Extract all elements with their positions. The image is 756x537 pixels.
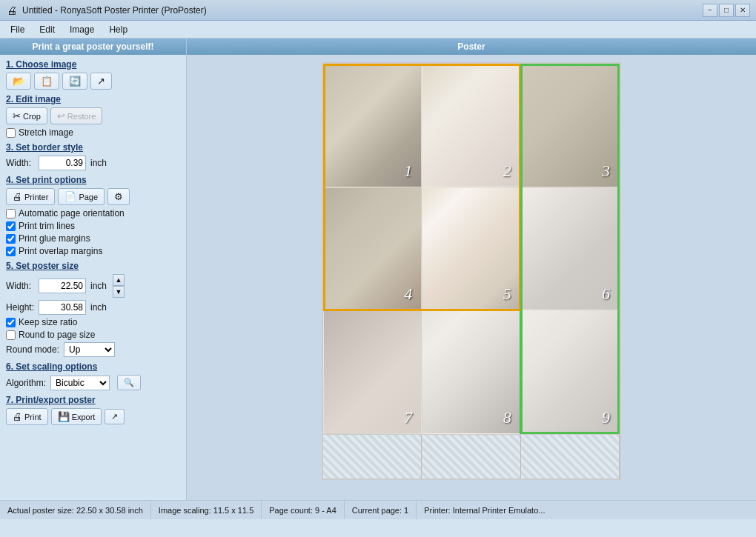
poster-height-input[interactable] <box>39 300 86 315</box>
grid-cell-3: 3 <box>521 64 620 187</box>
extra-cell-3 <box>521 435 620 478</box>
minimize-button[interactable]: − <box>703 4 717 17</box>
overlap-margins-checkbox[interactable] <box>6 247 16 256</box>
status-poster-size: Actual poster size: 22.50 x 30.58 inch <box>0 501 151 519</box>
export-extra-button[interactable]: ↗ <box>105 409 125 424</box>
rotate-button[interactable]: 🔄 <box>62 73 87 90</box>
page-button[interactable]: 📄 Page <box>58 188 105 205</box>
auto-orientation-checkbox[interactable] <box>6 209 16 219</box>
section-border[interactable]: 3. Set border style <box>6 142 180 153</box>
printer-label: Printer <box>24 193 48 201</box>
printer-icon: 🖨 <box>13 191 22 202</box>
section-edit-image[interactable]: 2. Edit image <box>6 94 180 104</box>
grid-cell-4: 4 <box>323 187 422 311</box>
section-print-export[interactable]: 7. Print/export poster <box>6 395 180 405</box>
grid-cell-8: 8 <box>422 310 520 434</box>
glue-margins-row: Print glue margins <box>6 233 180 244</box>
cell-number-7: 7 <box>404 408 412 427</box>
window-title: Untitled - RonyaSoft Poster Printer (Pro… <box>22 5 207 16</box>
trim-lines-checkbox[interactable] <box>6 221 16 231</box>
cell-number-8: 8 <box>503 408 511 427</box>
maximize-button[interactable]: □ <box>719 4 734 17</box>
round-page-row: Round to page size <box>6 330 180 340</box>
close-button[interactable]: ✕ <box>735 4 750 17</box>
poster-height-unit: inch <box>90 302 107 313</box>
title-bar-left: 🖨 Untitled - RonyaSoft Poster Printer (P… <box>6 4 207 16</box>
poster-width-label: Width: <box>6 281 34 291</box>
crop-label: Crop <box>23 112 41 121</box>
cell-number-4: 4 <box>404 284 412 304</box>
poster-grid: 1 2 3 4 5 6 <box>323 64 620 434</box>
poster-area: 1 2 3 4 5 6 <box>187 55 756 500</box>
algorithm-label: Algorithm: <box>6 378 46 388</box>
left-panel: Print a great poster yourself! 1. Choose… <box>0 39 187 500</box>
paste-button[interactable]: 📋 <box>34 73 59 90</box>
menu-file[interactable]: File <box>3 23 32 36</box>
print-button[interactable]: 🖨 Print <box>6 408 48 425</box>
printer-button[interactable]: 🖨 Printer <box>6 188 55 205</box>
main-layout: Print a great poster yourself! 1. Choose… <box>0 39 756 500</box>
round-mode-select[interactable]: Up Down Nearest <box>64 342 115 357</box>
border-width-label: Width: <box>6 158 34 168</box>
algorithm-info-icon: 🔍 <box>124 378 134 387</box>
trim-lines-row: Print trim lines <box>6 221 180 231</box>
menu-image[interactable]: Image <box>62 23 102 36</box>
export-extra-icon: ↗ <box>111 412 118 421</box>
cell-number-6: 6 <box>602 284 610 304</box>
round-mode-row: Round mode: Up Down Nearest <box>6 342 180 357</box>
section-scaling[interactable]: 6. Set scaling options <box>6 361 180 372</box>
cell-number-1: 1 <box>404 161 412 181</box>
title-bar-controls: − □ ✕ <box>703 4 750 17</box>
title-bar: 🖨 Untitled - RonyaSoft Poster Printer (P… <box>0 0 756 21</box>
poster-height-label: Height: <box>6 302 34 313</box>
menu-bar: File Edit Image Help <box>0 21 756 39</box>
export-button[interactable]: 💾 Export <box>51 408 102 425</box>
poster-extra-area <box>323 434 620 478</box>
restore-icon: ↩ <box>57 110 65 121</box>
cell-number-2: 2 <box>503 161 511 181</box>
restore-label: Restore <box>67 112 96 121</box>
section-poster-size[interactable]: 5. Set poster size <box>6 261 180 271</box>
rotate-icon: 🔄 <box>69 76 81 87</box>
border-width-row: Width: inch <box>6 156 180 170</box>
print-label: Print <box>24 413 42 421</box>
round-page-checkbox[interactable] <box>6 330 16 340</box>
round-mode-label: Round mode: <box>6 344 59 355</box>
grid-cell-2: 2 <box>422 64 520 187</box>
width-down-button[interactable]: ▼ <box>113 286 125 298</box>
grid-cell-1: 1 <box>323 64 422 187</box>
open-file-button[interactable]: 📂 <box>6 73 31 90</box>
crop-button[interactable]: ✂ Crop <box>6 107 47 124</box>
section-print-options[interactable]: 4. Set print options <box>6 175 180 185</box>
share-button[interactable]: ↗ <box>90 73 112 90</box>
glue-margins-label: Print glue margins <box>19 233 90 244</box>
keep-ratio-label: Keep size ratio <box>19 317 77 327</box>
width-scroll-buttons: ▲ ▼ <box>113 274 125 298</box>
keep-ratio-checkbox[interactable] <box>6 318 16 327</box>
stretch-row: Stretch image <box>6 127 180 138</box>
grid-cell-5: 5 <box>422 187 520 311</box>
grid-cell-6: 6 <box>521 187 620 311</box>
panel-header: Print a great poster yourself! <box>0 39 186 55</box>
round-page-label: Round to page size <box>19 330 95 340</box>
extra-cell-2 <box>422 435 520 478</box>
glue-margins-checkbox[interactable] <box>6 234 16 244</box>
keep-ratio-row: Keep size ratio <box>6 317 180 327</box>
algorithm-select[interactable]: Bicubic Bilinear Nearest Neighbor <box>50 376 110 390</box>
width-up-button[interactable]: ▲ <box>113 274 125 286</box>
section-choose-image[interactable]: 1. Choose image <box>6 59 180 70</box>
menu-edit[interactable]: Edit <box>32 23 62 36</box>
export-label: Export <box>72 413 96 421</box>
cell-number-5: 5 <box>503 284 511 304</box>
border-width-input[interactable] <box>39 156 86 170</box>
restore-button[interactable]: ↩ Restore <box>50 107 103 124</box>
stretch-checkbox[interactable] <box>6 128 16 138</box>
status-printer: Printer: Internal Printer Emulato... <box>417 501 756 519</box>
grid-cell-9: 9 <box>521 310 620 434</box>
paste-icon: 📋 <box>41 76 53 87</box>
print-settings-button[interactable]: ⚙ <box>107 188 130 205</box>
poster-width-input[interactable] <box>39 278 86 293</box>
algorithm-info-button[interactable]: 🔍 <box>117 375 141 390</box>
menu-help[interactable]: Help <box>102 23 135 36</box>
grid-cell-7: 7 <box>323 310 422 434</box>
